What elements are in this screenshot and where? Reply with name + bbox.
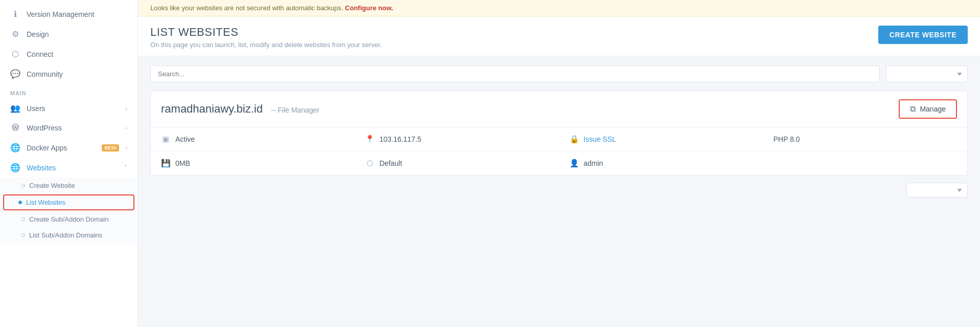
status-icon: ▣	[161, 135, 170, 144]
connect-icon: ⬡	[10, 49, 20, 59]
sidebar-item-version-management[interactable]: ℹ Version Management	[0, 4, 138, 24]
website-card: ramadhaniawy.biz.id -- File Manager ⧉ Ma…	[150, 91, 968, 176]
lock-icon: 🔒	[569, 135, 579, 144]
sidebar-item-label: Docker Apps	[27, 144, 94, 152]
info-icon: ℹ	[10, 9, 20, 19]
sidebar-item-users[interactable]: 👥 Users ›	[0, 98, 138, 118]
php-value: PHP 8.0	[773, 135, 800, 143]
user-cell: 👤 admin	[559, 151, 763, 175]
sub-item-list-sub-addon[interactable]: List Sub/Addon Domains	[0, 227, 138, 243]
sidebar-item-websites[interactable]: 🌐 Websites ˅	[0, 158, 138, 178]
website-card-header: ramadhaniawy.biz.id -- File Manager ⧉ Ma…	[151, 91, 967, 127]
chevron-down-icon: ˅	[124, 164, 127, 171]
file-manager-link[interactable]: -- File Manager	[271, 106, 320, 114]
ip-value: 103.16.117.5	[379, 135, 421, 143]
chevron-right-icon: ›	[125, 145, 127, 151]
plan-cell: ⬡ Default	[355, 151, 559, 175]
page-header: LIST WEBSITES On this page you can launc…	[138, 16, 980, 56]
sidebar-item-community[interactable]: 💬 Community	[0, 64, 138, 84]
search-input[interactable]	[150, 66, 880, 82]
main-content: Looks like your websites are not secured…	[138, 0, 980, 327]
manage-button[interactable]: ⧉ Manage	[899, 99, 957, 119]
page-subtitle: On this page you can launch, list, modif…	[150, 41, 382, 49]
status-cell: ▣ Active	[151, 127, 355, 151]
create-website-button[interactable]: CREATE WEBSITE	[878, 26, 968, 44]
websites-submenu: Create Website List Websites Create Sub/…	[0, 178, 138, 243]
wordpress-icon: Ⓦ	[10, 123, 20, 133]
manage-button-label: Manage	[920, 105, 946, 113]
backup-warning-banner: Looks like your websites are not secured…	[138, 0, 980, 16]
page-title: LIST WEBSITES	[150, 26, 382, 39]
page-header-text: LIST WEBSITES On this page you can launc…	[150, 26, 382, 49]
content-area: ramadhaniawy.biz.id -- File Manager ⧉ Ma…	[138, 56, 980, 327]
dot-icon-active	[18, 201, 22, 204]
storage-cell: 💾 0MB	[151, 151, 355, 175]
sub-item-label: Create Website	[29, 182, 75, 189]
websites-icon: 🌐	[10, 163, 20, 172]
sidebar-item-docker-apps[interactable]: 🌐 Docker Apps BETA ›	[0, 138, 138, 158]
sidebar-item-label: Version Management	[27, 10, 127, 18]
sidebar-item-design[interactable]: ⚙ Design	[0, 24, 138, 44]
sub-item-list-websites[interactable]: List Websites	[3, 194, 134, 210]
plan-value: Default	[379, 159, 402, 167]
sidebar-item-label: Users	[27, 104, 119, 113]
beta-badge: BETA	[102, 144, 119, 151]
ip-cell: 📍 103.16.117.5	[355, 127, 559, 151]
banner-text: Looks like your websites are not secured…	[150, 4, 343, 12]
hdd-icon: 💾	[161, 159, 170, 168]
sidebar-item-label: Websites	[27, 164, 118, 172]
empty-cell	[763, 151, 967, 175]
status-value: Active	[175, 135, 195, 143]
sub-item-create-sub-addon[interactable]: Create Sub/Addon Domain	[0, 211, 138, 227]
dot-icon	[21, 184, 25, 187]
sub-item-label: Create Sub/Addon Domain	[29, 215, 108, 223]
pagination-select[interactable]	[906, 183, 968, 198]
configure-link[interactable]: Configure now.	[345, 4, 393, 12]
sidebar-item-label: Design	[27, 30, 127, 38]
main-section-label: MAIN	[0, 84, 138, 98]
ssl-link[interactable]: Issue SSL	[584, 135, 617, 143]
search-row	[150, 66, 968, 82]
sub-item-label: List Websites	[26, 199, 65, 206]
user-icon: 👤	[569, 159, 579, 168]
chevron-right-icon: ›	[125, 105, 127, 112]
website-details: ▣ Active 📍 103.16.117.5 🔒 Issue SSL PHP …	[151, 127, 967, 175]
sidebar-item-label: Connect	[27, 50, 127, 58]
bottom-row	[150, 183, 968, 198]
gear-icon: ⚙	[10, 29, 20, 39]
chevron-right-icon: ›	[125, 125, 127, 131]
filter-select[interactable]	[886, 66, 968, 82]
docker-icon: 🌐	[10, 143, 20, 152]
sub-item-create-website[interactable]: Create Website	[0, 178, 138, 193]
users-icon: 👥	[10, 103, 20, 113]
community-icon: 💬	[10, 69, 20, 79]
dot-icon	[21, 217, 25, 221]
sidebar-item-label: WordPress	[27, 124, 119, 132]
sidebar-item-wordpress[interactable]: Ⓦ WordPress ›	[0, 118, 138, 138]
website-domain: ramadhaniawy.biz.id -- File Manager	[161, 102, 320, 116]
ssl-cell: 🔒 Issue SSL	[559, 127, 763, 151]
php-cell: PHP 8.0	[763, 127, 967, 151]
location-icon: 📍	[365, 135, 374, 144]
sidebar: ℹ Version Management ⚙ Design ⬡ Connect …	[0, 0, 138, 327]
server-icon: ⬡	[365, 159, 374, 168]
external-link-icon: ⧉	[910, 104, 916, 114]
dot-icon	[21, 233, 25, 237]
storage-value: 0MB	[175, 159, 190, 167]
sidebar-item-label: Community	[27, 70, 127, 78]
sidebar-item-connect[interactable]: ⬡ Connect	[0, 44, 138, 64]
user-value: admin	[584, 159, 603, 167]
sub-item-label: List Sub/Addon Domains	[29, 231, 102, 239]
